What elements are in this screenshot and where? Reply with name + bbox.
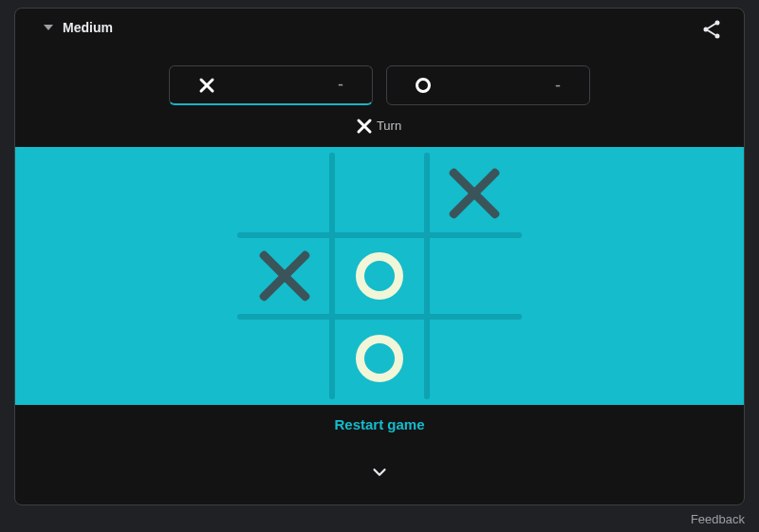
o-mark-icon [356,252,403,300]
board [15,147,744,405]
cell-7[interactable] [332,318,427,399]
chevron-down-icon [369,462,390,483]
difficulty-label: Medium [63,20,113,35]
score-o-value: - [555,76,561,96]
difficulty-dropdown[interactable]: Medium [44,20,113,35]
score-row: - - [15,65,744,105]
o-icon [416,78,431,93]
cell-5[interactable] [427,235,522,317]
header: Medium [15,9,744,52]
cell-1[interactable] [332,153,427,234]
turn-label: Turn [377,119,401,133]
x-mark-icon [258,249,311,303]
score-x-value: - [338,75,343,95]
game-card: Medium - - Turn [14,8,745,505]
cell-4[interactable] [332,235,427,317]
turn-indicator: Turn [15,119,744,133]
score-pill-o[interactable]: - [386,65,590,105]
feedback-link[interactable]: Feedback [691,512,745,526]
x-icon [198,77,215,94]
caret-down-icon [44,25,53,30]
cell-6[interactable] [237,318,332,399]
o-mark-icon [356,335,403,382]
score-pill-x[interactable]: - [169,65,373,105]
cell-2[interactable] [427,153,522,234]
turn-x-icon [358,119,371,133]
grid [237,153,522,399]
collapse-button[interactable] [15,462,744,483]
share-button[interactable] [700,18,723,44]
share-icon [700,18,723,41]
restart-label: Restart game [334,416,424,432]
restart-button[interactable]: Restart game [15,416,744,432]
cell-3[interactable] [237,235,332,317]
cell-8[interactable] [427,318,522,399]
x-mark-icon [448,167,501,220]
cell-0[interactable] [237,153,332,234]
